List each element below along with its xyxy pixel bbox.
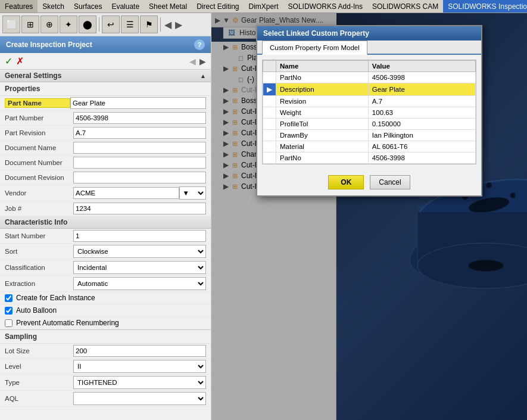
nav-prev[interactable]: ◀ [189, 57, 196, 66]
auto-balloon-label: Auto Balloon [16, 306, 57, 315]
confirm-button[interactable]: ✓ [5, 55, 13, 67]
aql-row: AQL 0.065 0.1 [0, 391, 211, 407]
extraction-label: Extraction [5, 280, 73, 287]
table-row[interactable]: DrawnByIan Pilkington [263, 130, 476, 141]
menu-direct-editing[interactable]: Direct Editing [192, 0, 244, 13]
lot-size-input[interactable] [73, 345, 206, 357]
row-value-cell: Gear Plate [368, 83, 475, 96]
table-row[interactable]: ProfileTol0.150000 [263, 119, 476, 130]
row-arrow-cell [263, 96, 276, 107]
ok-button[interactable]: OK [328, 175, 364, 189]
type-dropdown[interactable]: TIGHTENED NORMAL REDUCED [73, 376, 206, 389]
document-revision-row: Document Revision [0, 170, 211, 185]
part-revision-row: Part Revision [0, 126, 211, 141]
modal-dialog: Select Linked Custom Property Custom Pro… [256, 25, 482, 197]
cancel-button[interactable]: Cancel [370, 175, 410, 189]
level-row: Level II I III [0, 359, 211, 375]
toolbar-btn-0[interactable]: ⬜ [2, 15, 20, 33]
toolbar-btn-5[interactable]: ↩ [102, 15, 120, 33]
panel-title: Create Inspection Project [6, 41, 92, 49]
toolbar: ⬜ ⊞ ⊕ ✦ ⬤ ↩ ☰ ⚑ ◀ ▶ [0, 13, 211, 36]
row-value-cell: 0.150000 [368, 119, 475, 130]
sort-dropdown[interactable]: Clockwise Counter-Clockwise [73, 245, 206, 258]
toolbar-sep [99, 17, 99, 32]
prevent-renumbering-checkbox[interactable] [5, 319, 13, 327]
toolbar-btn-6[interactable]: ☰ [121, 15, 139, 33]
start-number-input[interactable] [73, 230, 206, 242]
modal-tab-custom-property[interactable]: Custom Property From Model [262, 41, 367, 55]
general-settings-section: General Settings ▲ [0, 70, 211, 82]
table-row[interactable]: ▶DescriptionGear Plate [263, 83, 476, 96]
extraction-row: Extraction Automatic Manual [0, 276, 211, 292]
main-layout: ⬜ ⊞ ⊕ ✦ ⬤ ↩ ☰ ⚑ ◀ ▶ Create Inspection Pr… [0, 13, 527, 420]
document-number-input[interactable] [73, 157, 206, 169]
row-name-cell: ProfileTol [276, 119, 369, 130]
row-name-cell: PartNo [276, 72, 369, 83]
create-each-instance-row: Create for Each Instance [0, 292, 211, 304]
menu-sheet-metal[interactable]: Sheet Metal [144, 0, 192, 13]
toolbar-scroll-right[interactable]: ▶ [174, 18, 183, 32]
aql-dropdown[interactable]: 0.065 0.1 [73, 392, 206, 405]
extraction-dropdown[interactable]: Automatic Manual [73, 277, 206, 290]
toolbar-btn-4[interactable]: ⬤ [79, 15, 96, 33]
vendor-input[interactable] [73, 187, 179, 199]
nav-next[interactable]: ▶ [199, 57, 206, 66]
right-area: ▶ ▼ ⚙ Gear Plate_Whats New.... ↗ 🖼 Histo… [211, 13, 527, 420]
toolbar-btn-7[interactable]: ⚑ [140, 15, 158, 33]
document-revision-input[interactable] [73, 172, 206, 183]
vendor-label: Vendor [5, 189, 73, 197]
table-row[interactable]: RevisionA.7 [263, 96, 476, 107]
classification-dropdown[interactable]: Incidental Critical Major Minor [73, 261, 206, 274]
characteristic-info-section: Characteristic Info [0, 216, 211, 229]
cancel-button[interactable]: ✗ [16, 55, 24, 67]
menu-features[interactable]: Features [0, 0, 38, 13]
part-revision-input[interactable] [73, 127, 206, 139]
menu-add-ins[interactable]: SOLIDWORKS Add-Ins [283, 0, 367, 13]
table-row[interactable]: Weight100.63 [263, 107, 476, 119]
type-row: Type TIGHTENED NORMAL REDUCED [0, 375, 211, 391]
part-revision-label: Part Revision [5, 129, 73, 136]
row-arrow-cell [263, 153, 276, 164]
row-value-cell: AL 6061-T6 [368, 141, 475, 153]
row-value-cell: Ian Pilkington [368, 130, 475, 141]
menu-sketch[interactable]: Sketch [38, 0, 69, 13]
row-arrow-cell [263, 72, 276, 83]
document-name-row: Document Name [0, 141, 211, 155]
table-row[interactable]: PartNo4506-3998 [263, 72, 476, 83]
job-input[interactable] [73, 203, 206, 214]
table-row[interactable]: MaterialAL 6061-T6 [263, 141, 476, 153]
modal-tab-bar: Custom Property From Model [257, 41, 481, 55]
toolbar-btn-1[interactable]: ⊞ [21, 15, 39, 33]
start-number-label: Start Number [5, 232, 73, 239]
toolbar-btn-3[interactable]: ✦ [60, 15, 77, 33]
toolbar-scroll-left[interactable]: ◀ [163, 18, 173, 32]
col-value-header: Value [368, 61, 475, 72]
menu-evaluate[interactable]: Evaluate [107, 0, 144, 13]
menu-inspection[interactable]: SOLIDWORKS Inspection [443, 0, 527, 13]
part-number-input[interactable] [73, 112, 206, 124]
job-label: Job # [5, 205, 73, 212]
property-table-scroll[interactable]: Name Value PartNo4506-3998▶DescriptionGe… [263, 60, 476, 164]
prevent-renumbering-label: Prevent Automatic Renumbering [16, 319, 119, 327]
menu-surfaces[interactable]: Surfaces [69, 0, 107, 13]
property-table-wrapper: Name Value PartNo4506-3998▶DescriptionGe… [262, 60, 476, 164]
vendor-row: Vendor ▼ [0, 185, 211, 201]
menu-cam[interactable]: SOLIDWORKS CAM [367, 0, 443, 13]
help-button[interactable]: ? [194, 39, 205, 50]
table-row[interactable]: PartNo4506-3998 [263, 153, 476, 164]
document-name-input[interactable] [73, 142, 206, 154]
row-arrow-cell [263, 107, 276, 119]
part-number-label: Part Number [5, 114, 73, 122]
level-dropdown[interactable]: II I III [73, 360, 206, 373]
toolbar-btn-2[interactable]: ⊕ [40, 15, 58, 33]
create-each-instance-checkbox[interactable] [5, 294, 13, 302]
sw-content: ▶ ▼ ⚙ Gear Plate_Whats New.... ↗ 🖼 Histo… [211, 13, 527, 420]
document-number-row: Document Number [0, 155, 211, 170]
document-name-label: Document Name [5, 144, 73, 151]
section-collapse-general[interactable]: ▲ [200, 73, 206, 79]
menu-dimxpert[interactable]: DimXpert [244, 0, 283, 13]
vendor-dropdown[interactable]: ▼ [179, 186, 206, 200]
modal-buttons: OK Cancel [257, 169, 481, 195]
auto-balloon-checkbox[interactable] [5, 307, 13, 315]
part-name-input[interactable] [70, 97, 206, 109]
